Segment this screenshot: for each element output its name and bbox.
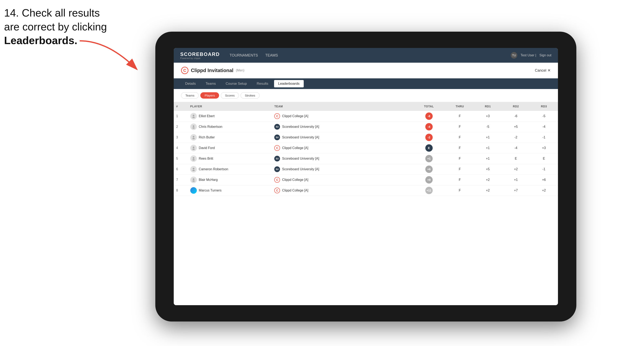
cell-rank: 4 <box>174 143 188 153</box>
cell-player: Cameron Robertson <box>188 164 272 174</box>
cell-rd1: +3 <box>474 111 502 122</box>
tournament-title-area: C Clippd Invitational (Men) <box>181 67 244 74</box>
cell-total: +1 <box>412 153 446 164</box>
tournament-header: C Clippd Invitational (Men) Cancel ✕ <box>174 63 558 78</box>
nav-right: TU Test User | Sign out <box>511 52 552 59</box>
player-avatar <box>190 176 197 183</box>
cell-rd2: +5 <box>502 122 530 132</box>
svg-point-12 <box>192 170 195 171</box>
cell-team: SUScoreboard University [A] <box>272 164 412 174</box>
team-logo: SU <box>274 124 280 130</box>
tab-details[interactable]: Details <box>181 80 200 87</box>
nav-tournaments[interactable]: TOURNAMENTS <box>230 52 258 58</box>
team-logo: SU <box>274 166 280 172</box>
cell-rd2: -2 <box>502 132 530 143</box>
cell-player: Chris Robertson <box>188 122 272 132</box>
cell-total: E <box>412 143 446 153</box>
player-avatar <box>190 155 197 162</box>
cell-rank: 3 <box>174 132 188 143</box>
cell-rd3: -5 <box>530 111 558 122</box>
header-total: TOTAL <box>412 102 446 111</box>
cancel-button[interactable]: Cancel ✕ <box>535 68 550 73</box>
cell-team: CClippd College [A] <box>272 111 412 122</box>
cell-rd2: +2 <box>502 164 530 174</box>
tournament-name: Clippd Invitational <box>191 68 234 73</box>
team-logo: SU <box>274 135 280 140</box>
cell-thru: F <box>446 185 474 196</box>
instruction-text: 14. Check all results are correct by cli… <box>4 6 107 48</box>
team-logo: SU <box>274 156 280 162</box>
cell-rd3: -4 <box>530 122 558 132</box>
nav-teams[interactable]: TEAMS <box>265 52 278 58</box>
tablet-screen: SCOREBOARD Powered by clippd TOURNAMENTS… <box>174 48 558 305</box>
sub-nav: Details Teams Course Setup Results Leade… <box>174 78 558 89</box>
table-row: 3 Rich ButlerSUScoreboard University [A]… <box>174 132 558 143</box>
team-logo: C <box>274 113 280 119</box>
cell-rd1: +1 <box>474 143 502 153</box>
cell-player: Elliot Ebert <box>188 111 272 122</box>
team-logo: C <box>274 177 280 183</box>
svg-point-11 <box>193 168 194 170</box>
svg-point-8 <box>192 149 195 150</box>
tab-results[interactable]: Results <box>252 80 272 87</box>
cell-rd3: -1 <box>530 132 558 143</box>
logo-area: SCOREBOARD Powered by clippd <box>180 51 220 59</box>
cell-player: Rees Britt <box>188 153 272 164</box>
cell-total: -2 <box>412 132 446 143</box>
tab-teams[interactable]: Teams <box>202 80 220 87</box>
svg-point-3 <box>193 125 194 127</box>
player-avatar <box>190 113 197 119</box>
cell-rd1: +1 <box>474 132 502 143</box>
filter-bar: Teams Players Scores Strokes <box>174 89 558 102</box>
header-player: PLAYER <box>188 102 272 111</box>
cell-total: +6 <box>412 164 446 174</box>
filter-teams[interactable]: Teams <box>181 92 199 99</box>
cell-rank: 1 <box>174 111 188 122</box>
cell-total: +9 <box>412 174 446 185</box>
filter-strokes[interactable]: Strokes <box>240 92 260 99</box>
cell-rd3: +2 <box>530 185 558 196</box>
tab-leaderboards[interactable]: Leaderboards <box>274 80 304 87</box>
team-logo: C <box>274 187 280 193</box>
cell-rd2: -4 <box>502 143 530 153</box>
cell-team: CClippd College [A] <box>272 174 412 185</box>
tab-course-setup[interactable]: Course Setup <box>222 80 251 87</box>
header-rd2: RD2 <box>502 102 530 111</box>
tournament-gender: (Men) <box>236 69 244 72</box>
svg-point-14 <box>192 180 195 182</box>
cell-thru: F <box>446 143 474 153</box>
nav-links: TOURNAMENTS TEAMS <box>230 52 278 58</box>
cell-rank: 8 <box>174 185 188 196</box>
filter-players[interactable]: Players <box>200 92 219 99</box>
user-avatar: TU <box>511 52 517 59</box>
header-rd1: RD1 <box>474 102 502 111</box>
cell-rank: 5 <box>174 153 188 164</box>
cell-rd2: -6 <box>502 111 530 122</box>
cell-rd1: +5 <box>474 164 502 174</box>
cell-rank: 2 <box>174 122 188 132</box>
cell-rd3: +3 <box>530 143 558 153</box>
table-body: 1 Elliot EbertCClippd College [A]-8F+3-6… <box>174 111 558 196</box>
player-avatar <box>190 166 197 173</box>
table-row: 7 Blair McHargCClippd College [A]+9F+2+1… <box>174 174 558 185</box>
cell-team: CClippd College [A] <box>272 143 412 153</box>
cell-thru: F <box>446 153 474 164</box>
leaderboard-table-container: # PLAYER TEAM TOTAL THRU RD1 RD2 RD3 1 E… <box>174 102 558 196</box>
team-logo: C <box>274 145 280 151</box>
cell-player: Blair McHarg <box>188 174 272 185</box>
svg-point-9 <box>193 157 194 159</box>
player-avatar <box>190 134 197 141</box>
cell-thru: F <box>446 132 474 143</box>
svg-point-4 <box>192 127 195 129</box>
svg-point-13 <box>193 178 194 180</box>
nav-signout[interactable]: Sign out <box>539 53 552 57</box>
svg-point-5 <box>193 136 194 138</box>
cell-total: -8 <box>412 111 446 122</box>
cell-player: Marcus Turners <box>188 185 272 196</box>
top-nav: SCOREBOARD Powered by clippd TOURNAMENTS… <box>174 48 558 63</box>
filter-scores[interactable]: Scores <box>221 92 239 99</box>
cell-thru: F <box>446 164 474 174</box>
header-rank: # <box>174 102 188 111</box>
player-avatar <box>190 187 197 194</box>
cell-rd1: +2 <box>474 174 502 185</box>
